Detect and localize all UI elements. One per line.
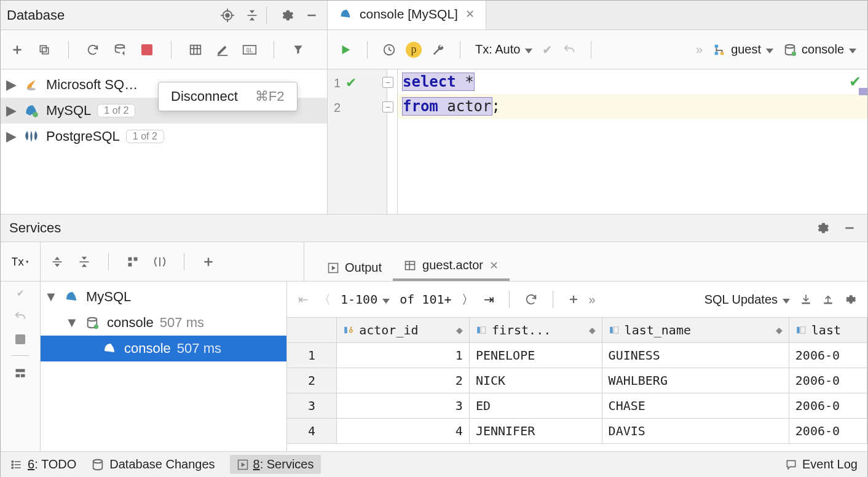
reload-icon[interactable] [524,293,538,306]
editor-tab-console[interactable]: console [MySQL] ✕ [328,1,486,30]
close-icon[interactable]: ✕ [489,259,499,272]
gear-icon[interactable] [844,293,856,306]
cell-last-name[interactable]: DAVIS [602,419,789,444]
svc-tree-run[interactable]: console 507 ms [41,336,286,361]
hide-icon[interactable] [840,219,859,237]
cell-actor-id[interactable]: 3 [337,393,470,419]
svg-rect-33 [128,262,132,266]
fold-start-icon[interactable]: – [382,77,393,88]
rownum-header[interactable] [287,318,337,343]
gear-icon[interactable] [813,219,832,237]
schema-dropdown[interactable]: guest [712,42,773,57]
cell-first-name[interactable]: JENNIFER [470,419,602,444]
edit-icon[interactable] [215,42,231,58]
expand-all-icon[interactable] [49,254,65,270]
code-editor[interactable]: 1✔ 2 – – select * from actor; ✔ [328,69,867,214]
tx-label[interactable]: Tx ▾ [12,256,30,268]
sync-icon[interactable] [112,42,128,58]
table-icon[interactable] [187,42,203,58]
more-icon[interactable]: » [589,293,596,307]
db-changes-tool-window-button[interactable]: Database Changes [91,457,215,471]
cell-first-name[interactable]: NICK [470,368,602,393]
run-icon[interactable] [339,43,352,57]
cell-actor-id[interactable]: 4 [337,419,470,444]
history-icon[interactable] [382,43,396,57]
event-log-button[interactable]: Event Log [785,457,858,471]
svg-point-62 [12,463,14,465]
table-row[interactable]: 44JENNIFERDAVIS2006-0 [287,419,867,444]
results-table[interactable]: actor_id◆ first...◆ last_name◆ last 11PE… [287,318,867,451]
page-range-dropdown[interactable]: 1-100 [341,292,390,307]
group-icon[interactable] [125,254,141,270]
duplicate-icon[interactable] [36,42,52,58]
svc-tree-root[interactable]: ▼ MySQL [41,284,286,310]
cell-last-update[interactable]: 2006-0 [789,393,867,419]
close-icon[interactable]: ✕ [465,7,475,21]
cell-actor-id[interactable]: 1 [337,343,470,368]
filter-icon[interactable] [152,254,168,270]
column-header-last-name[interactable]: last_name◆ [602,318,789,343]
svg-rect-52 [477,327,480,334]
gear-icon[interactable] [278,6,296,25]
cell-first-name[interactable]: PENELOPE [470,343,602,368]
separator [460,41,460,58]
collapse-all-icon[interactable] [76,254,92,270]
services-tool-window-button[interactable]: 8: Services [230,455,322,474]
fold-end-icon[interactable]: – [382,101,393,112]
table-row[interactable]: 22NICKWAHLBERG2006-0 [287,368,867,393]
tab-result-table[interactable]: guest.actor ✕ [393,252,510,281]
tab-output[interactable]: Output [317,254,393,281]
cell-last-update[interactable]: 2006-0 [789,419,867,444]
first-page-icon[interactable]: ⇤ [298,292,309,307]
refresh-icon[interactable] [85,42,101,58]
column-header-last-update[interactable]: last [789,318,867,343]
sql-updates-dropdown[interactable]: SQL Updates [704,293,790,307]
stop-icon[interactable] [139,42,155,58]
sql-console-icon[interactable]: QL [242,42,258,58]
last-page-icon[interactable]: ⇥ [484,292,494,307]
separator [108,253,109,270]
more-icon[interactable]: » [696,42,703,57]
cell-last-name[interactable]: GUINESS [602,343,789,368]
tx-mode-dropdown[interactable]: Tx: Auto [475,42,532,57]
explain-plan-icon[interactable]: p [406,42,422,58]
services-side-top: Tx ▾ [1,242,41,281]
cell-last-update[interactable]: 2006-0 [789,343,867,368]
column-header-first-name[interactable]: first...◆ [470,318,602,343]
todo-tool-window-button[interactable]: 6: TODO [10,457,76,471]
svg-point-20 [27,88,36,90]
table-row[interactable]: 11PENELOPEGUINESS2006-0 [287,343,867,368]
table-row[interactable]: 33EDCHASE2006-0 [287,393,867,419]
cell-actor-id[interactable]: 2 [337,368,470,393]
add-row-icon[interactable] [568,294,579,305]
add-icon[interactable] [9,42,25,58]
next-page-icon[interactable]: 〉 [462,291,474,308]
stop-icon[interactable] [15,334,25,344]
target-icon[interactable] [218,6,237,25]
separator [367,41,368,58]
add-icon[interactable] [200,254,216,270]
prev-page-icon[interactable]: 〈 [318,291,331,308]
svg-rect-55 [614,327,618,334]
export-icon[interactable] [822,293,834,306]
cell-first-name[interactable]: ED [470,393,602,419]
database-icon [91,458,105,471]
svg-rect-31 [128,257,132,261]
layout-icon[interactable] [14,367,26,379]
database-tree: ▶ Microsoft SQ… ▶ MySQL 1 of 2 ▶ Postgre… [1,69,328,214]
hide-icon[interactable] [302,6,321,25]
wrench-icon[interactable] [432,43,445,57]
status-bar: 6: TODO Database Changes 8: Services Eve… [1,451,867,477]
context-menu[interactable]: Disconnect ⌘F2 [158,82,298,111]
filter-icon[interactable] [290,42,306,58]
context-menu-item[interactable]: Disconnect [171,89,238,104]
cell-last-name[interactable]: CHASE [602,393,789,419]
cell-last-name[interactable]: WAHLBERG [602,368,789,393]
import-icon[interactable] [800,293,812,306]
column-header-actor-id[interactable]: actor_id◆ [337,318,470,343]
svc-tree-console[interactable]: ▼ console 507 ms [41,310,286,336]
collapse-all-icon[interactable] [243,6,261,25]
db-tree-item-postgres[interactable]: ▶ PostgreSQL 1 of 2 [1,124,327,149]
cell-last-update[interactable]: 2006-0 [789,368,867,393]
datasource-dropdown[interactable]: console [783,42,856,57]
